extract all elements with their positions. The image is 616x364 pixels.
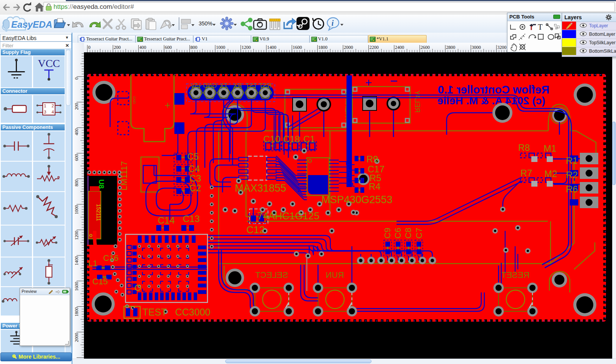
svg-text:CC3000: CC3000 xyxy=(175,307,211,317)
svg-text:R2: R2 xyxy=(566,170,578,180)
svg-text:C2: C2 xyxy=(189,183,201,193)
svg-text:C1: C1 xyxy=(303,134,315,144)
svg-text:C13: C13 xyxy=(183,214,200,224)
svg-text:C3: C3 xyxy=(189,173,201,184)
svg-text:MAX31855: MAX31855 xyxy=(235,182,286,194)
svg-text:LM1117: LM1117 xyxy=(119,161,129,190)
svg-text:1400: 1400 xyxy=(267,45,276,50)
svg-text:1600: 1600 xyxy=(293,45,302,50)
svg-text:MSP430G2553: MSP430G2553 xyxy=(321,194,393,205)
svg-text:R4: R4 xyxy=(369,181,381,192)
svg-text:GND: GND xyxy=(132,96,136,104)
svg-text:2: 2 xyxy=(52,104,54,108)
svg-text:RELAY: RELAY xyxy=(413,90,421,113)
svg-text:R7: R7 xyxy=(521,168,532,178)
svg-text:3000: 3000 xyxy=(472,45,481,50)
svg-text:2400: 2400 xyxy=(395,45,404,50)
svg-text:C6: C6 xyxy=(393,228,403,239)
svg-text:RUN: RUN xyxy=(326,270,344,280)
svg-text:M1: M1 xyxy=(544,143,556,154)
svg-text:1000: 1000 xyxy=(216,45,225,50)
svg-text:1800: 1800 xyxy=(74,307,79,317)
svg-text:C4: C4 xyxy=(188,164,200,174)
svg-text:R9: R9 xyxy=(367,154,378,164)
svg-text:C7: C7 xyxy=(414,228,424,239)
svg-text:C9: C9 xyxy=(383,228,392,239)
svg-text:R1: R1 xyxy=(566,155,578,166)
svg-text:C12: C12 xyxy=(246,224,265,235)
svg-text:M2: M2 xyxy=(544,169,557,179)
svg-text:600: 600 xyxy=(74,154,79,161)
svg-text:3: 3 xyxy=(44,110,46,114)
svg-text:2600: 2600 xyxy=(420,45,430,50)
svg-text:1: 1 xyxy=(44,104,46,108)
svg-text:R6: R6 xyxy=(566,184,578,194)
svg-text:400: 400 xyxy=(139,45,146,50)
svg-text:R8: R8 xyxy=(518,142,530,153)
svg-text:2200: 2200 xyxy=(369,45,378,50)
svg-text:200: 200 xyxy=(114,45,121,50)
svg-text:0: 0 xyxy=(88,45,90,50)
svg-text:(c) 2014 A. & M. Helie: (c) 2014 A. & M. Helie xyxy=(437,95,546,107)
svg-text:T: T xyxy=(538,23,542,31)
svg-text:L1: L1 xyxy=(88,259,97,268)
svg-text:C15: C15 xyxy=(92,277,108,286)
svg-text:74AHC1G125: 74AHC1G125 xyxy=(257,210,320,222)
svg-text:152111: 152111 xyxy=(95,204,102,221)
svg-text:EasyEDA: EasyEDA xyxy=(11,19,52,30)
svg-text:C10: C10 xyxy=(263,134,280,144)
svg-text:800: 800 xyxy=(74,180,79,187)
svg-text:4: 4 xyxy=(52,110,54,114)
svg-text:U8: U8 xyxy=(97,179,105,189)
svg-text:SELECT: SELECT xyxy=(255,270,288,280)
svg-text:+: + xyxy=(365,76,372,89)
svg-text:C8: C8 xyxy=(403,228,413,239)
svg-text:−: − xyxy=(390,73,398,88)
svg-text:0: 0 xyxy=(74,77,79,80)
svg-text:2800: 2800 xyxy=(446,45,455,50)
svg-text:2000: 2000 xyxy=(344,45,353,50)
svg-text:RESET: RESET xyxy=(501,270,529,280)
svg-text:i: i xyxy=(331,19,334,27)
svg-text:1400: 1400 xyxy=(74,256,79,265)
svg-text:3200: 3200 xyxy=(497,45,506,50)
svg-text:VCC: VCC xyxy=(38,57,60,69)
svg-text:TEST: TEST xyxy=(142,307,167,317)
svg-text:C5: C5 xyxy=(187,151,199,162)
svg-text:C18: C18 xyxy=(283,134,300,144)
svg-text:1200: 1200 xyxy=(74,230,79,240)
svg-text:C14: C14 xyxy=(158,215,175,225)
svg-text:1800: 1800 xyxy=(318,45,328,50)
svg-text:2000: 2000 xyxy=(74,333,79,342)
svg-text:600: 600 xyxy=(165,45,172,50)
svg-text:Reflow Controller 1.0: Reflow Controller 1.0 xyxy=(438,83,549,96)
svg-text:200: 200 xyxy=(74,103,79,110)
svg-text:C16: C16 xyxy=(103,253,119,263)
svg-text:800: 800 xyxy=(191,45,198,50)
svg-text:1200: 1200 xyxy=(241,45,251,50)
svg-text:1600: 1600 xyxy=(74,282,79,291)
svg-text:+: + xyxy=(165,99,171,111)
svg-text:1000: 1000 xyxy=(74,205,79,214)
svg-text:400: 400 xyxy=(74,129,79,135)
